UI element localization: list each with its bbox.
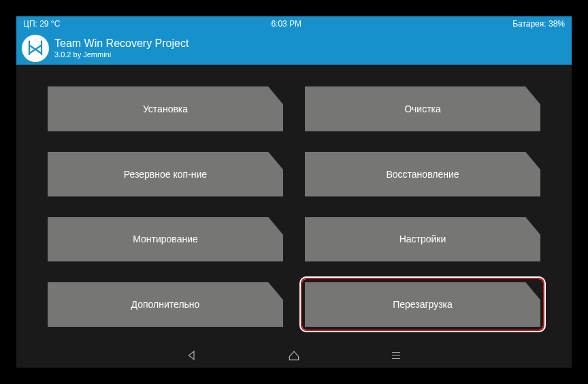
header: Team Win Recovery Project 3.0.2 by Jemmi… bbox=[16, 31, 572, 65]
status-bar: ЦП: 29 °C 6:03 PM Батарея: 38% bbox=[16, 16, 572, 31]
highlighted-reboot: Перезагрузка bbox=[305, 282, 540, 327]
twrp-logo-icon bbox=[22, 35, 49, 62]
menu-icon[interactable] bbox=[389, 349, 403, 362]
mount-button[interactable]: Монтирование bbox=[48, 217, 283, 262]
time: 6:03 PM bbox=[271, 19, 301, 29]
advanced-button[interactable]: Дополнительно bbox=[48, 282, 283, 327]
recovery-screen: ЦП: 29 °C 6:03 PM Батарея: 38% Team Win … bbox=[16, 16, 572, 368]
install-button[interactable]: Установка bbox=[48, 86, 283, 131]
settings-button[interactable]: Настройки bbox=[305, 217, 540, 262]
restore-button[interactable]: Восстановление bbox=[305, 152, 540, 197]
app-title: Team Win Recovery Project bbox=[54, 37, 189, 50]
app-subtitle: 3.0.2 by Jemmini bbox=[54, 50, 189, 59]
header-text: Team Win Recovery Project 3.0.2 by Jemmi… bbox=[54, 37, 189, 59]
reboot-button[interactable]: Перезагрузка bbox=[305, 282, 540, 327]
home-icon[interactable] bbox=[287, 349, 301, 362]
main-menu: Установка Очистка Резервное коп-ние Восс… bbox=[16, 65, 572, 343]
battery: Батарея: 38% bbox=[512, 19, 565, 29]
backup-button[interactable]: Резервное коп-ние bbox=[48, 152, 283, 197]
back-icon[interactable] bbox=[185, 349, 199, 362]
cpu-temp: ЦП: 29 °C bbox=[23, 19, 60, 29]
wipe-button[interactable]: Очистка bbox=[305, 86, 540, 131]
nav-bar bbox=[16, 343, 572, 368]
